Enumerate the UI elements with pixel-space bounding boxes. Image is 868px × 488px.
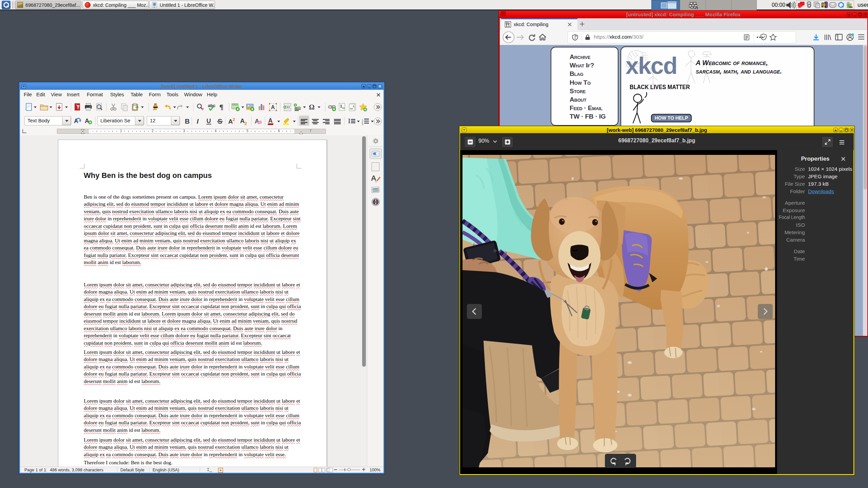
svg-text:A: A — [240, 117, 245, 124]
svg-text:2: 2 — [233, 117, 235, 122]
svg-text:1: 1 — [340, 104, 342, 108]
svg-text:abc: abc — [208, 103, 215, 108]
svg-text:3: 3 — [362, 123, 363, 125]
svg-text:2: 2 — [244, 121, 247, 126]
svg-text:Ω: Ω — [309, 103, 315, 111]
svg-text:I: I — [197, 118, 199, 125]
svg-text:¶: ¶ — [219, 103, 223, 111]
svg-text:A: A — [371, 174, 376, 182]
svg-text:A: A — [268, 117, 273, 124]
svg-text:A: A — [271, 104, 275, 110]
svg-text:B: B — [185, 118, 190, 125]
svg-text:i: i — [353, 104, 354, 108]
svg-text:A: A — [228, 118, 233, 125]
svg-text:U: U — [206, 118, 211, 124]
svg-text:A: A — [85, 118, 89, 124]
